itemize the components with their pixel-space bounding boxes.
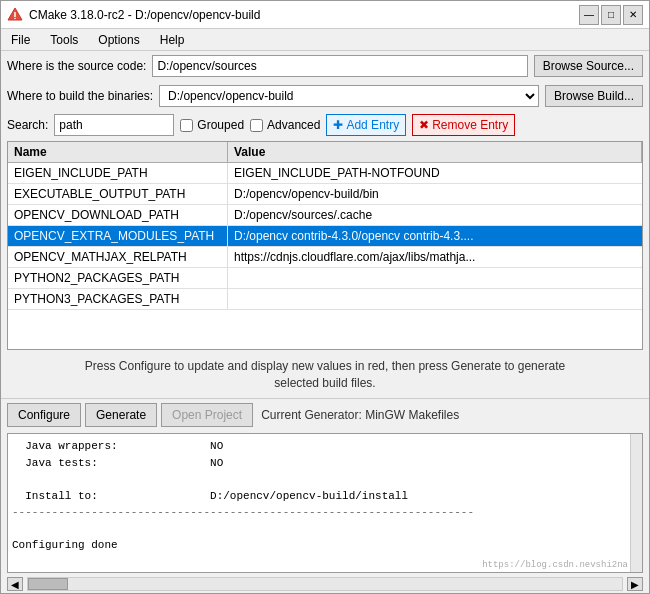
table-cell-value: D:/opencv/opencv-build/bin <box>228 184 642 204</box>
grouped-checkbox-group: Grouped <box>180 118 244 132</box>
advanced-checkbox-group: Advanced <box>250 118 320 132</box>
table-cell-value: EIGEN_INCLUDE_PATH-NOTFOUND <box>228 163 642 183</box>
table-cell-name: OPENCV_DOWNLOAD_PATH <box>8 205 228 225</box>
menu-tools[interactable]: Tools <box>44 31 84 49</box>
source-input[interactable] <box>152 55 527 77</box>
console-line: Java tests: NO <box>12 455 638 472</box>
table-cell-name: EIGEN_INCLUDE_PATH <box>8 163 228 183</box>
value-column-header: Value <box>228 142 642 162</box>
maximize-button[interactable]: □ <box>601 5 621 25</box>
remove-entry-button[interactable]: ✖ Remove Entry <box>412 114 515 136</box>
close-button[interactable]: ✕ <box>623 5 643 25</box>
browse-source-button[interactable]: Browse Source... <box>534 55 643 77</box>
table-cell-value: D:/opencv/sources/.cache <box>228 205 642 225</box>
advanced-checkbox[interactable] <box>250 119 263 132</box>
console-line: ----------------------------------------… <box>12 504 638 521</box>
console-line <box>12 471 638 488</box>
window-controls: — □ ✕ <box>579 5 643 25</box>
build-path-select[interactable]: D:/opencv/opencv-build <box>159 85 539 107</box>
table-cell-value <box>228 289 642 309</box>
console-line: Install to: D:/opencv/opencv-build/insta… <box>12 488 638 505</box>
console-output: Java wrappers: NO Java tests: NO Install… <box>7 433 643 573</box>
search-label: Search: <box>7 118 48 132</box>
table-row[interactable]: PYTHON2_PACKAGES_PATH <box>8 268 642 289</box>
build-row: Where to build the binaries: D:/opencv/o… <box>1 81 649 111</box>
bottom-toolbar: Configure Generate Open Project Current … <box>1 398 649 431</box>
table-row[interactable]: OPENCV_EXTRA_MODULES_PATHD:/opencv contr… <box>8 226 642 247</box>
scroll-left-button[interactable]: ◀ <box>7 577 23 591</box>
source-row: Where is the source code: Browse Source.… <box>1 51 649 81</box>
table-cell-value <box>228 268 642 288</box>
configure-button[interactable]: Configure <box>7 403 81 427</box>
generate-button[interactable]: Generate <box>85 403 157 427</box>
bottom-scroll-bar: ◀ ▶ <box>1 575 649 593</box>
table-row[interactable]: PYTHON3_PACKAGES_PATH <box>8 289 642 310</box>
table-cell-value: https://cdnjs.cloudflare.com/ajax/libs/m… <box>228 247 642 267</box>
add-entry-button[interactable]: ✚ Add Entry <box>326 114 406 136</box>
plus-icon: ✚ <box>333 118 343 132</box>
generator-label: Current Generator: MinGW Makefiles <box>261 408 459 422</box>
table-cell-name: PYTHON2_PACKAGES_PATH <box>8 268 228 288</box>
table-body: EIGEN_INCLUDE_PATHEIGEN_INCLUDE_PATH-NOT… <box>8 163 642 349</box>
table-row[interactable]: OPENCV_DOWNLOAD_PATHD:/opencv/sources/.c… <box>8 205 642 226</box>
app-icon <box>7 7 23 23</box>
table-row[interactable]: EXECUTABLE_OUTPUT_PATHD:/opencv/opencv-b… <box>8 184 642 205</box>
search-row: Search: Grouped Advanced ✚ Add Entry ✖ R… <box>1 111 649 139</box>
menu-file[interactable]: File <box>5 31 36 49</box>
name-column-header: Name <box>8 142 228 162</box>
console-line: Java wrappers: NO <box>12 438 638 455</box>
advanced-label: Advanced <box>267 118 320 132</box>
x-icon: ✖ <box>419 118 429 132</box>
menu-help[interactable]: Help <box>154 31 191 49</box>
scroll-right-button[interactable]: ▶ <box>627 577 643 591</box>
open-project-button[interactable]: Open Project <box>161 403 253 427</box>
status-bar: Press Configure to update and display ne… <box>1 352 649 398</box>
console-line: Configuring done <box>12 537 638 554</box>
table-cell-name: OPENCV_EXTRA_MODULES_PATH <box>8 226 228 246</box>
search-input[interactable] <box>54 114 174 136</box>
svg-point-3 <box>14 17 16 19</box>
title-bar: CMake 3.18.0-rc2 - D:/opencv/opencv-buil… <box>1 1 649 29</box>
table-cell-name: EXECUTABLE_OUTPUT_PATH <box>8 184 228 204</box>
table-cell-value: D:/opencv contrib-4.3.0/opencv contrib-4… <box>228 226 642 246</box>
table-cell-name: OPENCV_MATHJAX_RELPATH <box>8 247 228 267</box>
console-scrollbar[interactable] <box>630 434 642 572</box>
table-cell-name: PYTHON3_PACKAGES_PATH <box>8 289 228 309</box>
table-row[interactable]: EIGEN_INCLUDE_PATHEIGEN_INCLUDE_PATH-NOT… <box>8 163 642 184</box>
console-line <box>12 521 638 538</box>
minimize-button[interactable]: — <box>579 5 599 25</box>
table-header: Name Value <box>8 142 642 163</box>
browse-build-button[interactable]: Browse Build... <box>545 85 643 107</box>
entries-table: Name Value EIGEN_INCLUDE_PATHEIGEN_INCLU… <box>7 141 643 350</box>
main-window: CMake 3.18.0-rc2 - D:/opencv/opencv-buil… <box>0 0 650 594</box>
scroll-track[interactable] <box>27 577 623 591</box>
table-row[interactable]: OPENCV_MATHJAX_RELPATHhttps://cdnjs.clou… <box>8 247 642 268</box>
menu-options[interactable]: Options <box>92 31 145 49</box>
source-label: Where is the source code: <box>7 59 146 73</box>
scroll-thumb[interactable] <box>28 578 68 590</box>
grouped-checkbox[interactable] <box>180 119 193 132</box>
grouped-label: Grouped <box>197 118 244 132</box>
menu-bar: File Tools Options Help <box>1 29 649 51</box>
build-label: Where to build the binaries: <box>7 89 153 103</box>
window-title: CMake 3.18.0-rc2 - D:/opencv/opencv-buil… <box>29 8 579 22</box>
watermark: https://blog.csdn.nevshi2na <box>482 560 628 570</box>
